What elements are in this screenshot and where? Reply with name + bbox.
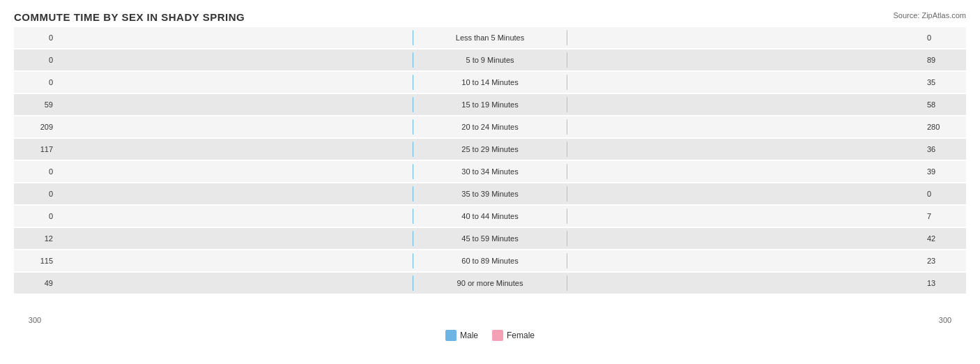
chart-row: 035 to 39 Minutes0 [14, 183, 966, 204]
bar-section: 15 to 19 Minutes [56, 94, 924, 115]
female-bar [567, 208, 567, 224]
female-bar [567, 275, 567, 291]
male-bar-container [413, 119, 490, 135]
axis-left: 300 [14, 316, 56, 324]
female-value: 39 [924, 167, 966, 176]
male-bar-container [413, 275, 490, 291]
male-bar [413, 275, 413, 291]
chart-row: 010 to 14 Minutes35 [14, 72, 966, 93]
bar-section: 20 to 24 Minutes [56, 116, 924, 137]
male-value: 59 [14, 100, 56, 109]
chart-row: 040 to 44 Minutes7 [14, 206, 966, 227]
male-value: 117 [14, 145, 56, 153]
female-bar [567, 52, 567, 68]
male-bar [413, 208, 413, 224]
male-bar-container [413, 75, 490, 90]
female-bar [567, 186, 567, 202]
male-bar [413, 231, 413, 246]
male-value: 115 [14, 257, 56, 265]
female-value: 89 [924, 56, 966, 64]
male-bar [413, 253, 413, 268]
female-bar-container [490, 253, 567, 268]
female-bar [567, 119, 567, 135]
female-bar [567, 164, 567, 179]
male-bar-container [413, 142, 490, 157]
female-bar-container [490, 186, 567, 202]
male-value: 0 [14, 78, 56, 86]
male-bar [413, 52, 413, 68]
female-value: 58 [924, 100, 966, 109]
chart-row: 5915 to 19 Minutes58 [14, 94, 966, 115]
female-bar [567, 97, 567, 112]
male-bar [413, 30, 413, 45]
male-bar [413, 97, 413, 112]
female-value: 280 [924, 123, 966, 131]
female-bar-container [490, 75, 567, 90]
source-text: Source: ZipAtlas.com [893, 11, 966, 20]
female-bar-container [490, 52, 567, 68]
chart-row: 0Less than 5 Minutes0 [14, 27, 966, 48]
female-value: 0 [924, 190, 966, 198]
chart-title: COMMUTE TIME BY SEX IN SHADY SPRING [14, 11, 966, 23]
bar-section: 25 to 29 Minutes [56, 139, 924, 160]
bar-section: 5 to 9 Minutes [56, 50, 924, 70]
chart-row: 4990 or more Minutes13 [14, 273, 966, 294]
axis-right: 300 [924, 316, 966, 324]
legend-male-label: Male [460, 331, 478, 340]
legend-female-label: Female [507, 331, 535, 340]
bar-section: Less than 5 Minutes [56, 27, 924, 48]
male-bar-container [413, 52, 490, 68]
female-value: 35 [924, 78, 966, 86]
male-value: 12 [14, 234, 56, 243]
female-bar-container [490, 142, 567, 157]
female-bar-container [490, 231, 567, 246]
male-value: 209 [14, 123, 56, 131]
male-value: 0 [14, 212, 56, 220]
female-bar-container [490, 119, 567, 135]
chart-row: 11560 to 89 Minutes23 [14, 250, 966, 271]
male-bar-container [413, 186, 490, 202]
female-bar [567, 75, 567, 90]
male-bar-container [413, 164, 490, 179]
male-bar-container [413, 231, 490, 246]
female-value: 42 [924, 234, 966, 243]
male-value: 0 [14, 56, 56, 64]
female-value: 36 [924, 145, 966, 153]
female-bar [567, 231, 567, 246]
female-bar [567, 253, 567, 268]
male-bar [413, 164, 413, 179]
bar-section: 40 to 44 Minutes [56, 206, 924, 227]
male-bar [413, 186, 413, 202]
chart-container: COMMUTE TIME BY SEX IN SHADY SPRING Sour… [0, 0, 980, 364]
female-bar [567, 142, 567, 157]
male-bar-container [413, 208, 490, 224]
bar-section: 60 to 89 Minutes [56, 250, 924, 271]
chart-row: 1245 to 59 Minutes42 [14, 228, 966, 249]
female-value: 23 [924, 257, 966, 265]
female-bar-container [490, 208, 567, 224]
male-bar [413, 142, 413, 157]
legend-male: Male [445, 330, 478, 341]
legend-female-box [492, 330, 503, 341]
female-value: 7 [924, 212, 966, 220]
bar-section: 45 to 59 Minutes [56, 228, 924, 249]
male-bar-container [413, 30, 490, 45]
legend-male-box [445, 330, 457, 341]
male-value: 0 [14, 167, 56, 176]
male-bar [413, 119, 413, 135]
legend: Male Female [14, 330, 966, 341]
chart-row: 030 to 34 Minutes39 [14, 161, 966, 182]
female-value: 0 [924, 33, 966, 42]
male-value: 0 [14, 190, 56, 198]
axis-labels: 300 300 [14, 316, 966, 324]
bar-section: 90 or more Minutes [56, 273, 924, 294]
male-bar-container [413, 253, 490, 268]
chart-row: 20920 to 24 Minutes280 [14, 116, 966, 137]
chart-row: 11725 to 29 Minutes36 [14, 139, 966, 160]
female-bar-container [490, 97, 567, 112]
female-bar [567, 30, 567, 45]
bar-section: 35 to 39 Minutes [56, 183, 924, 204]
female-bar-container [490, 275, 567, 291]
bar-section: 30 to 34 Minutes [56, 161, 924, 182]
female-bar-container [490, 164, 567, 179]
